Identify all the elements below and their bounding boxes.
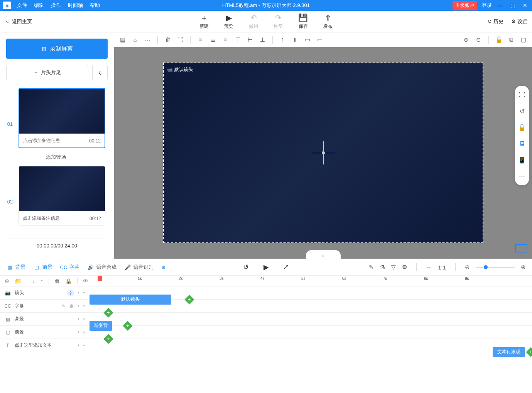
save-button[interactable]: 💾保存 [298,13,308,30]
minimize-icon[interactable]: — [497,2,504,8]
canvas[interactable]: 📹默认镜头 [163,63,483,243]
tab-more[interactable]: ⊕ [161,264,166,270]
align-middle-icon[interactable]: ⊢ [246,36,254,44]
paste-icon[interactable]: ▢ [520,36,527,44]
tab-background[interactable]: ▨背景 [6,264,25,271]
zoom-knob[interactable] [484,265,488,269]
add-transition-button[interactable]: 添加转场 [6,154,105,161]
scene-item[interactable]: 01 点击添加备注信息00:12 [6,88,105,148]
track-menu-icon[interactable]: • [83,303,85,309]
tab-asr[interactable]: 🎤语音识别 [124,264,154,271]
login-button[interactable]: 登录 [482,2,492,9]
publish-button[interactable]: ⇧发布 [323,13,333,30]
zoom-out-icon[interactable]: ⊖ [475,36,482,44]
track-menu-icon[interactable]: • [83,330,85,335]
track-menu-icon[interactable]: • [83,343,85,348]
layout-icon[interactable]: ▤ [119,36,127,44]
scene-note[interactable]: 点击添加备注信息 [23,215,60,222]
record-screen-button[interactable]: 🖥 录制屏幕 [6,39,108,59]
intro-outro-button[interactable]: ＋片头片尾 [6,65,88,80]
distribute-v-icon[interactable]: ⫿ [291,36,299,44]
reset-icon[interactable]: ↺ [517,107,527,116]
arrange2-icon[interactable]: ▭ [316,36,324,44]
track-head[interactable]: ▢ 前景 • • [0,329,90,335]
zoom-slider[interactable] [476,267,515,268]
track-head[interactable]: 📷 镜头 ? • • [0,290,90,296]
timeline-ruler[interactable]: 1s 2s 3s 4s 5s 6s 7s 8s 9s [97,276,527,286]
unlock-icon[interactable]: 🔓 [517,123,527,132]
folder-add-icon[interactable]: 📁 [15,278,21,284]
scene-note[interactable]: 点击添加备注信息 [23,137,60,144]
align-right-icon[interactable]: ≡ [221,36,229,44]
menu-edit[interactable]: 编辑 [34,2,44,9]
align-bottom-icon[interactable]: ⊥ [258,36,266,44]
trash-icon[interactable]: 🗑 [54,278,60,284]
back-home-button[interactable]: ＜ 返回主页 [5,18,32,25]
track-menu-icon[interactable]: • [78,343,79,348]
track-menu-icon[interactable]: • [78,317,79,322]
tab-subtitle[interactable]: CC字幕 [60,264,79,271]
track-label[interactable]: 点击这里添加文本 [15,342,52,349]
fit-width-icon[interactable]: ↔ [426,264,432,271]
more-icon[interactable]: ⋯ [144,36,151,44]
home-icon[interactable]: ⌂ [131,36,139,44]
eye-icon[interactable]: 👁 [83,278,88,284]
mobile-icon[interactable]: 📱 [517,155,527,164]
crop-icon[interactable]: ⛶ [176,36,184,44]
ratio-icon[interactable]: 1:1 [438,264,446,271]
maximize-icon[interactable]: ▢ [509,2,517,8]
delete-icon[interactable]: 🗑 [164,36,172,44]
align-top-icon[interactable]: ⊤ [234,36,242,44]
text-effect-clip[interactable]: 文本行渐现 [493,347,525,357]
up-arrow-icon[interactable]: ↑ [41,278,43,284]
expand-button[interactable]: ⤢ [281,262,292,273]
menu-action[interactable]: 操作 [51,2,61,9]
settings-button[interactable]: ⚙设置 [511,18,527,25]
undo-button[interactable]: ↶撤销 [249,13,258,30]
desktop-icon[interactable]: 🖥 [517,139,527,148]
new-button[interactable]: ＋新建 [199,13,209,30]
distribute-h-icon[interactable]: ⫿ [279,36,287,44]
shot-clip[interactable]: 默认镜头 [90,295,171,305]
zoom-in-timeline-icon[interactable]: ⊕ [521,264,526,271]
edit-icon[interactable]: ✎ [62,303,66,309]
track-head[interactable]: CC 字幕 ✎ 🗑 • • [0,303,90,309]
filter-tool-icon[interactable]: ⚗ [380,264,385,271]
scene-item[interactable]: 02 点击添加备注信息00:12 [6,166,105,225]
fullscreen-icon[interactable]: ⛶ [517,90,527,100]
trash-icon[interactable]: 🗑 [69,303,74,309]
copy-icon[interactable]: ⧉ [507,36,515,44]
zoom-in-icon[interactable]: ⊕ [462,36,470,44]
device-frame-icon[interactable] [515,244,527,252]
settings-tool-icon[interactable]: ⚙ [402,264,407,271]
scene-card[interactable]: 点击添加备注信息00:12 [19,166,105,225]
redo-button[interactable]: ↷恢复 [274,13,283,30]
rewind-button[interactable]: ↺ [241,262,252,273]
help-icon[interactable]: ? [67,290,74,296]
playhead[interactable] [98,276,102,281]
tab-foreground[interactable]: ▢前景 [33,264,52,271]
upgrade-button[interactable]: 升级账户 [453,1,477,10]
track-head[interactable]: T 点击这里添加文本 • • [0,342,90,349]
track-head[interactable]: ▨ 背景 • • [0,316,90,322]
track-menu-icon[interactable]: • [83,290,85,296]
add-track-icon[interactable]: ⊕ [5,278,9,284]
down-arrow-icon[interactable]: ↓ [32,278,35,284]
menu-timeline[interactable]: 时间轴 [68,2,83,9]
more-tools-icon[interactable]: ⋯ [517,171,527,181]
track-menu-icon[interactable]: • [83,317,85,322]
tab-tts[interactable]: 🔊语音合成 [87,264,117,271]
menu-help[interactable]: 帮助 [90,2,100,9]
close-icon[interactable]: ✕ [521,2,529,8]
scene-card[interactable]: 点击添加备注信息00:12 [19,88,105,148]
history-button[interactable]: ↺历史 [488,18,503,25]
sound-button[interactable]: ♫ [92,65,108,80]
bg-clip[interactable]: 渐变背 [90,321,112,331]
zoom-out-timeline-icon[interactable]: ⊖ [465,264,470,271]
track-menu-icon[interactable]: • [78,290,79,296]
lock-track-icon[interactable]: 🔒 [65,278,72,284]
lock-icon[interactable]: 🔓 [495,36,503,44]
arrange-icon[interactable]: ▭ [304,36,311,44]
menu-file[interactable]: 文件 [17,2,27,9]
track-menu-icon[interactable]: • [78,330,79,335]
